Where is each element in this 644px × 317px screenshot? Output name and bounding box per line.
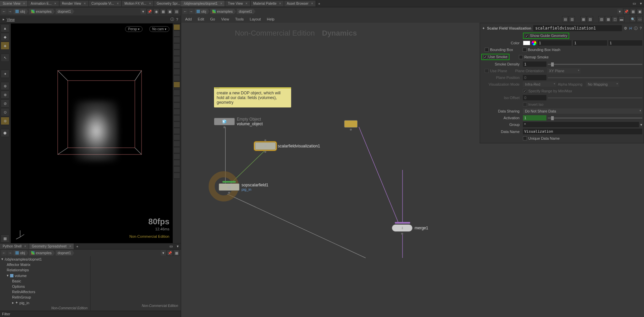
crumb-obj[interactable]: obj [13, 9, 29, 14]
close-icon[interactable]: × [311, 2, 313, 5]
nocam-dropdown[interactable]: No cam ▾ [149, 26, 169, 32]
disp-icon[interactable] [173, 153, 180, 160]
disp-icon[interactable] [173, 115, 180, 121]
tool-select-icon[interactable]: ▲ [1, 24, 9, 32]
data-name-field[interactable]: Visualization [523, 129, 642, 134]
crumb-examples[interactable]: examples [29, 9, 55, 14]
tree-root[interactable]: ▾ /obj/examples/dopnet1 [0, 256, 90, 262]
close-icon[interactable]: × [246, 2, 248, 5]
tab-scene-view[interactable]: Scene View× [0, 1, 28, 6]
help-icon[interactable]: ? [176, 17, 178, 21]
tab-composite[interactable]: Composite Vi...× [89, 1, 122, 6]
tool-snap1-icon[interactable]: ⊕ [1, 82, 9, 90]
tool-icon[interactable]: ▦ [173, 250, 179, 256]
network-canvas[interactable]: Non-Commercial Edition Dynamics — create… [181, 23, 644, 317]
close-icon[interactable]: × [149, 2, 151, 5]
disp-icon[interactable] [173, 69, 180, 75]
color-g-field[interactable]: 1 [573, 40, 607, 46]
menu-go[interactable]: Go [208, 16, 218, 22]
nav-fwd-icon[interactable]: → [7, 9, 13, 14]
tree-item[interactable]: ▸ ✦ pig_in [0, 300, 90, 306]
crumb-examples[interactable]: examples [29, 250, 55, 256]
activation-slider[interactable] [548, 118, 642, 119]
disp-icon[interactable] [173, 50, 180, 56]
crumb-dopnet[interactable]: dopnet1 [237, 9, 256, 14]
disp-icon[interactable] [173, 160, 180, 166]
tree-item[interactable]: Options [0, 284, 90, 289]
tab-geospread2[interactable]: Geometry Spreadsheet× [29, 243, 74, 249]
tool-snap2-icon[interactable]: ⊗ [1, 91, 9, 99]
tool-axis-icon[interactable]: ✦ [1, 70, 9, 78]
group-menu-icon[interactable]: ▾ [640, 123, 642, 127]
smoke-density-field[interactable]: 1 [523, 61, 546, 67]
tab-treeview[interactable]: Tree View× [225, 1, 250, 6]
tree-item[interactable]: RelInAffectors [0, 289, 90, 295]
plane-pos-slider[interactable] [548, 77, 642, 78]
toolbar-icon[interactable]: ▤ [562, 16, 568, 22]
tab-motionfx[interactable]: Motion FX Vi...× [122, 1, 154, 6]
disp-icon[interactable] [173, 147, 180, 153]
disp-icon[interactable] [173, 173, 180, 179]
disp-icon[interactable] [173, 24, 180, 30]
color-swatch[interactable] [523, 41, 530, 45]
disp-icon[interactable] [173, 75, 180, 81]
crumb-dopnet[interactable]: dopnet1 [56, 250, 74, 256]
pin-icon[interactable]: 📌 [623, 8, 629, 14]
tool-lasso-icon[interactable]: ◈ [1, 42, 9, 50]
close-icon[interactable]: × [69, 244, 71, 248]
node-name-field[interactable]: scalarfieldvisualization1 [533, 25, 622, 31]
alpha-map-dropdown[interactable]: No Mapping [586, 82, 619, 87]
node-merge[interactable]: ⬇ merge1 [392, 224, 428, 232]
tool-icon[interactable]: ▦ [160, 8, 166, 14]
tab-material[interactable]: Material Palette× [251, 1, 284, 6]
pane-menu-icon[interactable]: ▾ [175, 243, 181, 249]
bbox-checkbox[interactable] [485, 48, 489, 52]
plane-pos-field[interactable]: 0 [523, 75, 546, 80]
tree-item[interactable]: RelInGroup [0, 295, 90, 300]
tab-add-button[interactable]: + [74, 244, 80, 249]
close-icon[interactable]: × [220, 2, 222, 5]
invert-iso-checkbox[interactable] [523, 102, 527, 106]
tab-add-button[interactable]: + [316, 1, 322, 6]
tab-animation[interactable]: Animation E...× [28, 1, 59, 6]
menu-add[interactable]: Add [182, 16, 195, 22]
menu-tools[interactable]: Tools [232, 16, 247, 22]
view-arrow-icon[interactable]: ▸ [3, 17, 5, 21]
color-picker-icon[interactable] [532, 41, 536, 45]
show-guide-checkbox[interactable]: Show Guide Geometry [523, 33, 569, 39]
tree-item[interactable]: Affector Matrix [0, 262, 90, 267]
pin-icon[interactable]: 📌 [147, 8, 153, 14]
pin-icon[interactable]: 📌 [167, 250, 173, 256]
tab-network[interactable]: /obj/examples/dopnet1× [181, 1, 225, 6]
disp-icon[interactable] [173, 134, 180, 140]
tool-icon[interactable]: ▣ [167, 8, 173, 14]
node-sopscalar[interactable]: ▦ sopscalarfield1 pig_in [219, 183, 268, 191]
info-icon[interactable]: ⓘ [634, 26, 638, 31]
disp-icon[interactable] [173, 166, 180, 172]
tool-region-icon[interactable]: ◆ [1, 33, 9, 41]
tool-icon[interactable]: ▤ [173, 8, 179, 14]
group-field[interactable]: * [523, 122, 639, 127]
tab-python[interactable]: Python Shell× [0, 243, 29, 249]
data-sharing-dropdown[interactable]: Do Not Share Data [523, 108, 642, 114]
iso-offset-slider[interactable] [548, 97, 642, 98]
tool-snap4-icon[interactable]: ⊙ [1, 108, 9, 116]
menu-view[interactable]: View [218, 16, 232, 22]
close-icon[interactable]: × [23, 2, 25, 5]
close-icon[interactable]: × [54, 2, 56, 5]
disp-icon[interactable] [173, 82, 180, 88]
toolbar-icon[interactable]: ▬ [619, 16, 625, 22]
dropdown-icon[interactable]: ▾ [141, 9, 146, 14]
toolbar-icon[interactable]: ▥ [569, 16, 575, 22]
tool-snap5-icon[interactable]: ⊚ [1, 117, 9, 125]
toolbar-icon[interactable]: ▭ [637, 16, 643, 22]
persp-dropdown[interactable]: Persp ▾ [125, 26, 143, 32]
sync-icon[interactable]: ◉ [153, 8, 159, 14]
disp-icon[interactable] [173, 109, 180, 115]
menu-layout[interactable]: Layout [247, 16, 264, 22]
use-plane-checkbox[interactable] [485, 69, 489, 73]
dropdown-icon[interactable]: ▾ [161, 250, 166, 256]
nav-back-icon[interactable]: ← [1, 9, 7, 14]
color-r-field[interactable]: 1 [538, 40, 572, 46]
disp-icon[interactable] [173, 122, 180, 128]
